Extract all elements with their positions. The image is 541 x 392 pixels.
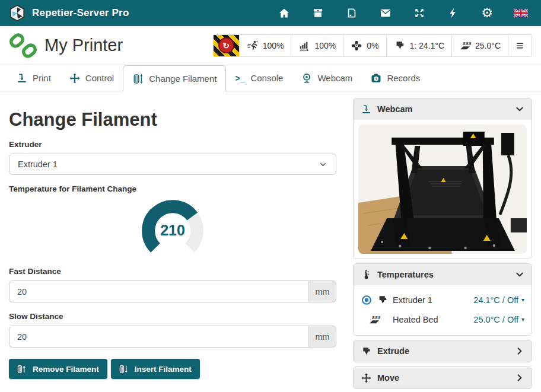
remove-filament-button[interactable]: Remove Filament xyxy=(9,359,107,379)
extruder-temp-value: 1: 24.1°C xyxy=(410,41,445,50)
extruder-label: Extruder xyxy=(9,140,336,149)
fast-distance-label: Fast Distance xyxy=(9,267,336,276)
extrude-panel-header[interactable]: Extrude xyxy=(354,340,532,362)
tab-print[interactable]: Print xyxy=(7,65,60,91)
home-icon[interactable] xyxy=(277,6,291,20)
printer-icon xyxy=(361,104,372,115)
temperatures-panel-header[interactable]: Temperatures xyxy=(354,264,532,285)
messages-icon[interactable] xyxy=(378,6,393,20)
extrude-panel: Extrude xyxy=(353,340,532,362)
printer-title: My Printer xyxy=(44,36,123,55)
temperature-row-bed: Heated Bed 25.0°C / Off ▾ xyxy=(361,310,524,329)
heater-name: Heated Bed xyxy=(393,315,438,324)
flow-icon xyxy=(298,40,310,52)
temperature-value: 210 xyxy=(137,222,208,239)
page-title: Change Filament xyxy=(9,109,336,130)
extruder-icon xyxy=(361,346,372,357)
temperature-label: Temperature for Filament Change xyxy=(9,184,336,193)
temperature-gauge-wrap: 210 xyxy=(9,198,336,257)
radio-selected-icon[interactable] xyxy=(361,294,373,306)
temperatures-body: Extruder 1 24.1°C / Off ▾ Heated Bed 25.… xyxy=(354,285,532,335)
sidebar: Webcam xyxy=(353,91,532,389)
heated-bed-icon xyxy=(368,314,380,326)
flow-multiplier[interactable]: 100% xyxy=(291,35,343,56)
tab-label: Webcam xyxy=(317,73,352,83)
archive-box-icon[interactable] xyxy=(311,6,325,20)
extruder-icon xyxy=(377,294,389,306)
object-library-icon[interactable] xyxy=(345,6,359,20)
fast-distance-input[interactable] xyxy=(9,281,308,302)
move-cross-icon xyxy=(69,72,81,84)
printer-menu-button[interactable]: ≡ xyxy=(508,35,532,56)
language-flag-icon[interactable] xyxy=(514,6,528,20)
repetier-logo-icon xyxy=(8,4,26,22)
fullscreen-icon[interactable] xyxy=(412,6,427,20)
change-filament-panel: Change Filament Extruder Extruder 1 Temp… xyxy=(9,91,336,389)
thermometer-icon xyxy=(361,269,372,281)
heated-bed-icon xyxy=(459,40,471,52)
speed-multiplier[interactable]: 100% xyxy=(239,35,291,56)
emergency-stop-button[interactable]: ↻ xyxy=(214,35,239,56)
brand-name: Repetier-Server Pro xyxy=(32,7,129,19)
extruder-temp-dropdown[interactable]: 24.1°C / Off ▾ xyxy=(473,295,524,305)
brand[interactable]: Repetier-Server Pro xyxy=(8,4,129,22)
tab-label: Print xyxy=(33,73,51,83)
move-panel-header[interactable]: Move xyxy=(354,367,532,388)
navbar-icon-menu: ⚙ xyxy=(277,6,533,20)
webcam-icon xyxy=(301,72,313,84)
remove-filament-label: Remove Filament xyxy=(33,365,99,374)
move-panel: Move xyxy=(353,366,532,389)
chevron-right-icon xyxy=(515,346,524,356)
tab-webcam[interactable]: Webcam xyxy=(292,65,361,91)
dropdown-caret-icon: ▾ xyxy=(521,297,524,303)
fast-distance-unit: mm xyxy=(308,281,336,302)
bed-temp-value: 25.0°C xyxy=(475,41,501,50)
power-icon[interactable] xyxy=(446,6,460,20)
insert-filament-button[interactable]: Insert Filament xyxy=(111,359,200,379)
filament-up-icon xyxy=(17,364,27,374)
fan-status[interactable]: 0% xyxy=(343,35,386,56)
bed-temp-dropdown[interactable]: 25.0°C / Off ▾ xyxy=(473,315,524,324)
temperatures-panel: Temperatures Extruder 1 24.1°C / Off ▾ xyxy=(353,263,532,336)
fan-icon xyxy=(351,40,362,52)
settings-gear-icon[interactable]: ⚙ xyxy=(480,6,494,20)
slow-distance-group: mm xyxy=(9,326,336,348)
dropdown-caret-icon: ▾ xyxy=(521,317,524,323)
extruder-icon xyxy=(394,40,406,52)
tab-change-filament[interactable]: Change Filament xyxy=(123,65,226,91)
temperatures-panel-title: Temperatures xyxy=(377,270,434,279)
slow-distance-input[interactable] xyxy=(9,326,308,348)
heater-value: 24.1°C / Off xyxy=(473,295,518,305)
temperature-knob[interactable]: 210 xyxy=(137,198,208,257)
webcam-panel-header[interactable]: Webcam xyxy=(354,98,532,120)
tab-control[interactable]: Control xyxy=(60,65,123,91)
console-prompt-icon: >_ xyxy=(235,74,246,82)
extruder-temp-status[interactable]: 1: 24.1°C xyxy=(386,35,452,56)
temperature-row-lead xyxy=(361,314,393,326)
webcam-body xyxy=(354,120,532,259)
filament-actions: Remove Filament Insert Filament xyxy=(9,359,336,379)
heater-name: Extruder 1 xyxy=(393,295,432,305)
webcam-panel: Webcam xyxy=(353,98,532,259)
tab-records[interactable]: Records xyxy=(361,65,429,91)
connected-chain-icon xyxy=(9,31,37,60)
bed-temp-status[interactable]: 25.0°C xyxy=(451,35,508,56)
tab-console[interactable]: >_ Console xyxy=(226,65,292,91)
tab-label: Records xyxy=(387,73,420,83)
printer-status-toolbar: ↻ 100% 100% 0% 1: 24.1°C 25.0°C ≡ xyxy=(213,34,532,57)
restart-icon: ↻ xyxy=(218,37,234,53)
extruder-select[interactable]: Extruder 1 xyxy=(9,154,336,175)
temperature-row-extruder: Extruder 1 24.1°C / Off ▾ xyxy=(361,290,524,310)
fan-value: 0% xyxy=(367,41,378,50)
filament-down-icon xyxy=(119,364,129,374)
tab-label: Control xyxy=(85,73,114,83)
printer-tabbar: Print Control Change Filament >_ Console… xyxy=(0,65,541,91)
heater-value: 25.0°C / Off xyxy=(473,315,518,324)
fast-distance-group: mm xyxy=(9,281,336,302)
slow-distance-unit: mm xyxy=(308,326,336,348)
chevron-down-icon xyxy=(515,104,524,114)
filament-spool-icon xyxy=(132,73,144,85)
temperature-row-lead xyxy=(361,294,393,306)
speed-runner-icon xyxy=(247,40,259,52)
tab-label: Console xyxy=(250,73,283,83)
